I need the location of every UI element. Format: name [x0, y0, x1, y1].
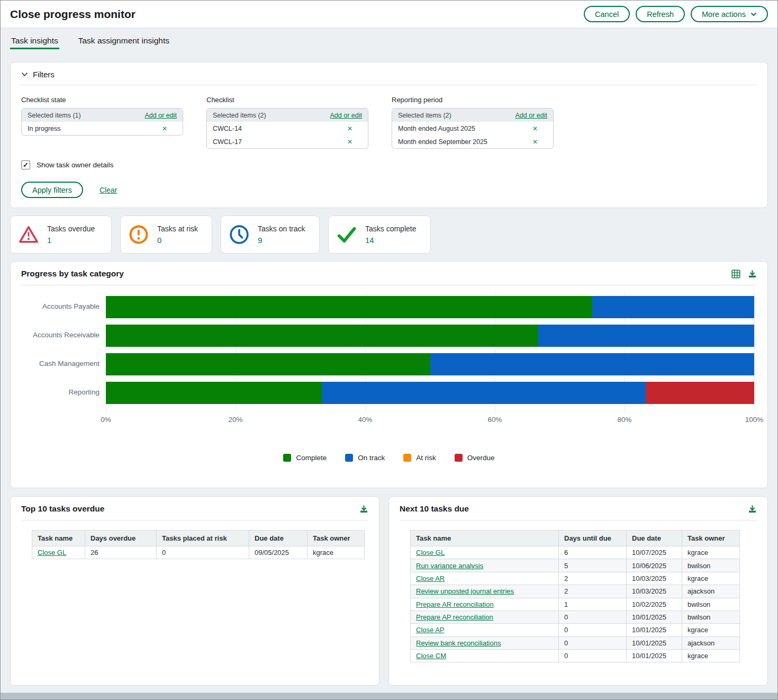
table-cell: 10/01/2025 [627, 636, 682, 649]
refresh-button-label: Refresh [647, 10, 674, 19]
task-name-link[interactable]: Close GL [38, 549, 66, 557]
apply-filters-button[interactable]: Apply filters [21, 182, 83, 198]
table-icon[interactable] [731, 270, 740, 279]
stat-cards-row: Tasks overdue 1 Tasks at risk 0 Tasks on… [10, 216, 768, 254]
tab-task-assignment-insights[interactable]: Task assignment insights [78, 28, 169, 53]
column-header: Days until due [559, 531, 627, 546]
category-bar [106, 382, 754, 404]
bar-segment [646, 382, 754, 404]
stat-card: Tasks complete 14 [328, 216, 431, 254]
legend-swatch [403, 454, 411, 462]
bar-segment [322, 382, 646, 404]
tab-task-insights[interactable]: Task insights [11, 28, 58, 53]
stat-label: Tasks at risk [157, 225, 198, 233]
y-axis-category-label: Cash Management [21, 360, 99, 367]
selected-item-label: In progress [28, 125, 61, 132]
download-icon[interactable] [748, 505, 757, 514]
task-name-link[interactable]: Prepare AR reconciliation [416, 600, 494, 608]
header: Close progress monitor Cancel Refresh Mo… [1, 1, 777, 28]
table-cell: bwilson [682, 611, 740, 623]
x-axis-tick-label: 60% [474, 416, 516, 424]
table-row: Run variance analysis510/06/2025bwilson [411, 559, 740, 572]
table-cell: 10/01/2025 [627, 650, 682, 662]
overdue-table-wrap: Task nameDays overdueTasks placed at ris… [32, 530, 368, 559]
legend-label: Complete [296, 454, 327, 462]
task-name-link[interactable]: Close AR [416, 575, 445, 582]
selected-item-row: CWCL-17 ✕ [207, 135, 368, 148]
table-cell: bwilson [682, 598, 740, 611]
selected-items-count: Selected items (1) [28, 112, 81, 119]
overdue-table-title: Top 10 tasks overdue [21, 504, 104, 514]
task-name-link[interactable]: Close GL [416, 549, 445, 557]
clear-filters-link[interactable]: Clear [99, 186, 117, 194]
category-bar [106, 296, 754, 318]
x-axis-tick-label: 20% [214, 416, 257, 424]
clock-icon [229, 224, 250, 245]
remove-item-icon[interactable]: ✕ [532, 125, 538, 132]
task-name-link[interactable]: Close AP [416, 626, 444, 634]
refresh-button[interactable]: Refresh [636, 6, 685, 22]
selected-item-label: CWCL-17 [213, 138, 242, 146]
bar-segment [430, 353, 755, 375]
table-cell: 10/01/2025 [627, 611, 682, 623]
task-name-link[interactable]: Review bank reconciliations [416, 639, 501, 647]
add-or-edit-link[interactable]: Add or edit [515, 112, 547, 119]
task-name-link[interactable]: Close CM [416, 652, 446, 660]
add-or-edit-link[interactable]: Add or edit [330, 112, 362, 119]
horizontal-scrollbar[interactable] [1, 693, 777, 699]
bar-segment [106, 353, 430, 375]
filters-collapse-toggle[interactable]: Filters [21, 70, 757, 85]
table-cell: 0 [559, 650, 627, 662]
chart-toolbar [731, 270, 757, 279]
table-cell: kgrace [682, 546, 740, 559]
task-name-link[interactable]: Review unposted journal entries [416, 587, 514, 595]
more-actions-button[interactable]: More actions [691, 6, 768, 22]
stacked-bar-chart: 0%20%40%60%80%100%Accounts PayableAccoun… [21, 290, 757, 476]
table-row: Review bank reconciliations010/01/2025aj… [411, 636, 740, 649]
chart-title-row: Progress by task category [21, 269, 757, 285]
remove-item-icon[interactable]: ✕ [347, 125, 352, 132]
remove-item-icon[interactable]: ✕ [162, 125, 167, 132]
page-title: Close progress monitor [10, 8, 135, 21]
task-name-link[interactable]: Prepare AP reconciliation [416, 613, 493, 621]
content: Filters Checklist state Selected items (… [1, 62, 777, 686]
selected-items-count: Selected items (2) [398, 112, 451, 119]
x-axis-tick-label: 40% [344, 416, 386, 424]
tab-label: Task assignment insights [78, 36, 169, 46]
warning-triangle-icon [18, 224, 39, 245]
legend-item[interactable]: On track [345, 454, 385, 462]
legend-item[interactable]: Overdue [455, 454, 495, 462]
exclamation-circle-icon [128, 224, 149, 245]
legend-item[interactable]: At risk [403, 454, 436, 462]
filters-panel: Filters Checklist state Selected items (… [10, 62, 768, 208]
table-cell: 10/03/2025 [627, 572, 682, 585]
next-10-tasks-due-panel: Next 10 tasks due Task nameDays until du… [388, 496, 768, 686]
download-icon[interactable] [748, 270, 757, 279]
close-progress-monitor-window: Close progress monitor Cancel Refresh Mo… [0, 0, 778, 700]
remove-item-icon[interactable]: ✕ [347, 139, 352, 145]
table-cell: 10/07/2025 [627, 546, 682, 559]
legend-item[interactable]: Complete [283, 454, 327, 462]
data-table: Task nameDays until dueDue dateTask owne… [410, 530, 740, 662]
cancel-button[interactable]: Cancel [584, 6, 630, 22]
show-task-owner-details-checkbox[interactable]: ✓ [21, 160, 30, 169]
task-name-link[interactable]: Run variance analysis [416, 562, 483, 570]
remove-item-icon[interactable]: ✕ [532, 139, 538, 145]
progress-by-task-category-panel: Progress by task category [10, 261, 768, 488]
selected-item-row: Month ended September 2025 ✕ [392, 135, 553, 148]
table-cell: kgrace [682, 624, 740, 636]
table-cell: 10/06/2025 [627, 559, 682, 572]
filter-group: Checklist state Selected items (1) Add o… [21, 96, 183, 149]
column-header: Tasks placed at risk [157, 531, 249, 546]
filters-title: Filters [33, 70, 55, 79]
y-axis-category-label: Accounts Payable [21, 302, 99, 310]
add-or-edit-link[interactable]: Add or edit [145, 112, 177, 119]
chevron-down-icon [750, 12, 757, 16]
table-cell: 26 [85, 546, 157, 559]
download-icon[interactable] [359, 505, 368, 514]
table-cell: ajackson [682, 636, 740, 649]
stat-value: 1 [47, 236, 95, 245]
stat-card: Tasks on track 9 [221, 216, 320, 254]
column-header: Task owner [307, 531, 365, 546]
column-header: Days overdue [85, 531, 157, 546]
